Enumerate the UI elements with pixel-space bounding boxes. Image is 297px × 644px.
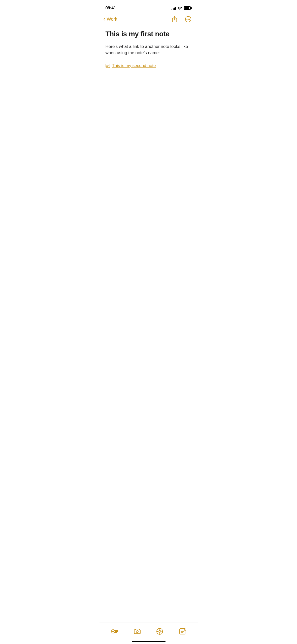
note-link-icon [106, 64, 110, 68]
note-document-icon [106, 64, 110, 68]
signal-bar-3 [174, 8, 175, 10]
nav-actions [170, 15, 193, 24]
back-button[interactable]: ‹ Work [104, 16, 117, 22]
svg-point-4 [188, 19, 188, 20]
battery-icon [184, 6, 192, 10]
svg-point-5 [189, 19, 190, 20]
status-time: 09:41 [106, 6, 116, 11]
signal-bar-1 [172, 9, 172, 10]
wifi-icon [178, 6, 182, 10]
battery-body [184, 6, 191, 10]
signal-bars-icon [172, 6, 176, 10]
share-icon [171, 16, 178, 22]
note-content: This is my first note Here’s what a link… [100, 26, 198, 74]
nav-bar: ‹ Work [100, 13, 198, 26]
note-link-label: This is my second note [112, 63, 156, 68]
signal-bar-4 [175, 7, 176, 10]
status-icons [172, 6, 192, 10]
battery-tip [191, 7, 192, 9]
share-button[interactable] [170, 15, 179, 24]
status-bar: 09:41 [100, 0, 198, 13]
note-body: Here’s what a link to another note looks… [106, 43, 192, 56]
back-label: Work [107, 17, 117, 22]
note-link[interactable]: This is my second note [106, 63, 192, 68]
svg-point-3 [186, 19, 187, 20]
battery-fill [184, 7, 189, 9]
chevron-left-icon: ‹ [104, 16, 105, 22]
more-options-button[interactable] [184, 15, 193, 24]
note-title: This is my first note [106, 30, 192, 38]
more-icon [185, 16, 191, 22]
signal-bar-2 [173, 8, 174, 10]
